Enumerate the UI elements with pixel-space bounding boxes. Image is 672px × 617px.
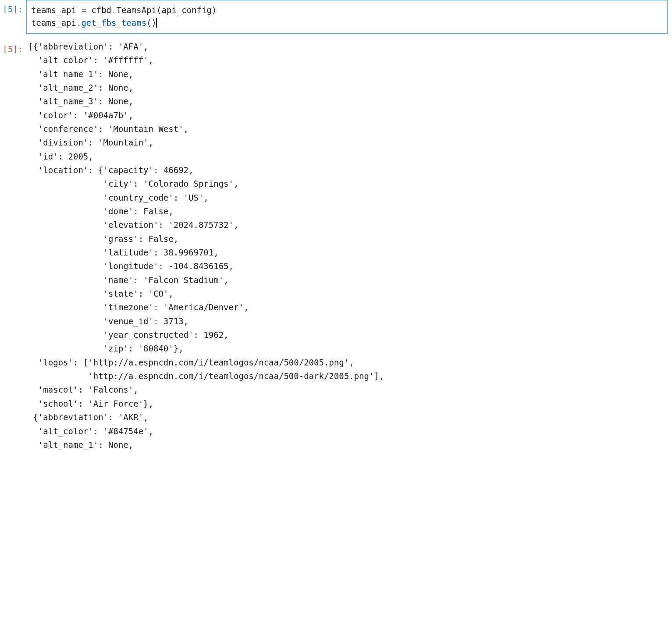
- input-cell-row: [5]: teams_api = cfbd.TeamsApi(api_confi…: [0, 0, 672, 34]
- code-token: teams_api: [31, 5, 76, 15]
- input-prompt: [5]:: [0, 0, 26, 14]
- code-token: (: [156, 5, 161, 15]
- code-token: =: [76, 5, 91, 15]
- code-token: .: [76, 18, 81, 28]
- code-editor[interactable]: teams_api = cfbd.TeamsApi(api_config) te…: [26, 0, 668, 34]
- output-prompt: [5]:: [0, 40, 26, 54]
- code-token: get_fbs_teams: [81, 18, 146, 28]
- code-token: (: [146, 18, 151, 28]
- code-token: teams_api: [31, 18, 76, 28]
- code-token: TeamsApi: [117, 5, 157, 15]
- code-token: cfbd: [91, 5, 111, 15]
- output-text: [{'abbreviation': 'AFA', 'alt_color': '#…: [26, 40, 672, 452]
- code-token: ): [212, 5, 217, 15]
- code-token: api_config: [161, 5, 211, 15]
- text-cursor: [156, 18, 157, 28]
- output-cell-row: [5]: [{'abbreviation': 'AFA', 'alt_color…: [0, 40, 672, 452]
- code-token: .: [111, 5, 116, 15]
